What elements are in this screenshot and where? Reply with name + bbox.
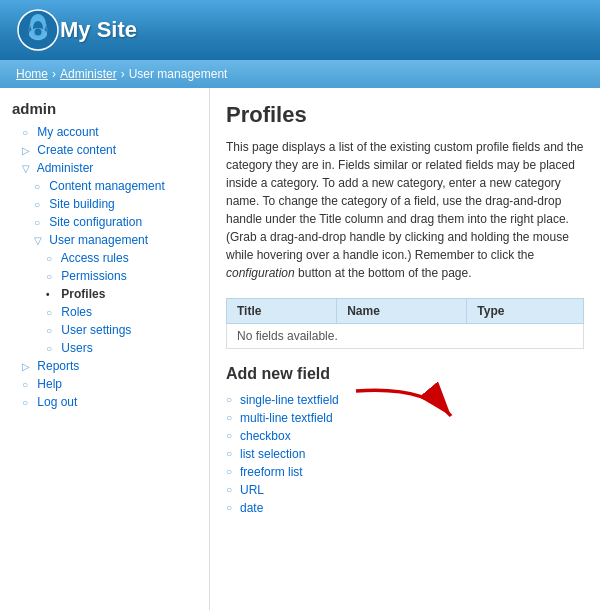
list-selection-link[interactable]: list selection [240, 447, 305, 461]
add-new-field-title: Add new field [226, 365, 584, 383]
bullet-icon: ○ [46, 343, 56, 354]
add-new-field-section: Add new field single-line textfield mult… [226, 365, 584, 517]
sidebar-item-site-building[interactable]: ○ Site building [8, 195, 201, 213]
field-link-item[interactable]: single-line textfield [226, 391, 584, 409]
sidebar-item-create-content[interactable]: ▷ Create content [8, 141, 201, 159]
breadcrumb-bar: Home › Administer › User management [0, 60, 600, 88]
bullet-icon: ○ [46, 325, 56, 336]
sidebar-item-roles[interactable]: ○ Roles [8, 303, 201, 321]
multi-line-textfield-link[interactable]: multi-line textfield [240, 411, 333, 425]
bullet-icon: ○ [46, 307, 56, 318]
sidebar-item-users[interactable]: ○ Users [8, 339, 201, 357]
field-link-item[interactable]: URL [226, 481, 584, 499]
sidebar-item-log-out[interactable]: ○ Log out [8, 393, 201, 411]
bullet-icon: ▷ [22, 145, 32, 156]
sidebar: admin ○ My account ▷ Create content ▽ Ad… [0, 88, 210, 610]
sidebar-item-administer[interactable]: ▽ Administer [8, 159, 201, 177]
breadcrumb-current: User management [129, 67, 228, 81]
table-row-no-fields: No fields available. [227, 324, 584, 349]
bullet-icon: ○ [22, 397, 32, 408]
page-description: This page displays a list of the existin… [226, 138, 584, 282]
sidebar-item-my-account[interactable]: ○ My account [8, 123, 201, 141]
bullet-icon: ▽ [34, 235, 44, 246]
col-title: Title [227, 299, 337, 324]
field-link-item[interactable]: multi-line textfield [226, 409, 584, 427]
field-link-item[interactable]: list selection [226, 445, 584, 463]
layout: admin ○ My account ▷ Create content ▽ Ad… [0, 88, 600, 610]
bullet-icon: ○ [22, 127, 32, 138]
bullet-icon: ○ [46, 271, 56, 282]
bullet-icon: ○ [34, 181, 44, 192]
bullet-icon: ○ [34, 217, 44, 228]
breadcrumb-home[interactable]: Home [16, 67, 48, 81]
sidebar-item-content-management[interactable]: ○ Content management [8, 177, 201, 195]
site-title: My Site [60, 17, 137, 43]
field-links-list: single-line textfield multi-line textfie… [226, 391, 584, 517]
freeform-list-link[interactable]: freeform list [240, 465, 303, 479]
main-content: Profiles This page displays a list of th… [210, 88, 600, 610]
bullet-icon: ▽ [22, 163, 32, 174]
bullet-icon: ○ [46, 253, 56, 264]
header: My Site [0, 0, 600, 60]
col-type: Type [467, 299, 584, 324]
date-link[interactable]: date [240, 501, 263, 515]
no-fields-text: No fields available. [227, 324, 584, 349]
sidebar-item-reports[interactable]: ▷ Reports [8, 357, 201, 375]
sidebar-item-user-management[interactable]: ▽ User management [8, 231, 201, 249]
field-link-item[interactable]: checkbox [226, 427, 584, 445]
col-name: Name [337, 299, 467, 324]
breadcrumb-sep-1: › [52, 67, 56, 81]
sidebar-item-site-configuration[interactable]: ○ Site configuration [8, 213, 201, 231]
sidebar-item-permissions[interactable]: ○ Permissions [8, 267, 201, 285]
single-line-textfield-link[interactable]: single-line textfield [240, 393, 339, 407]
url-link[interactable]: URL [240, 483, 264, 497]
field-link-item[interactable]: date [226, 499, 584, 517]
checkbox-link[interactable]: checkbox [240, 429, 291, 443]
bullet-icon: ▷ [22, 361, 32, 372]
fields-table: Title Name Type No fields available. [226, 298, 584, 349]
sidebar-item-access-rules[interactable]: ○ Access rules [8, 249, 201, 267]
sidebar-item-help[interactable]: ○ Help [8, 375, 201, 393]
bullet-icon: ○ [34, 199, 44, 210]
em-text: configuration [226, 266, 295, 280]
sidebar-item-profiles[interactable]: • Profiles [8, 285, 201, 303]
sidebar-item-user-settings[interactable]: ○ User settings [8, 321, 201, 339]
drupal-logo [16, 8, 60, 52]
page-title: Profiles [226, 102, 584, 128]
field-link-item[interactable]: freeform list [226, 463, 584, 481]
svg-point-4 [35, 29, 42, 36]
bullet-icon: • [46, 289, 56, 300]
bullet-icon: ○ [22, 379, 32, 390]
breadcrumb-administer[interactable]: Administer [60, 67, 117, 81]
breadcrumb-sep-2: › [121, 67, 125, 81]
sidebar-admin-label: admin [8, 100, 201, 117]
